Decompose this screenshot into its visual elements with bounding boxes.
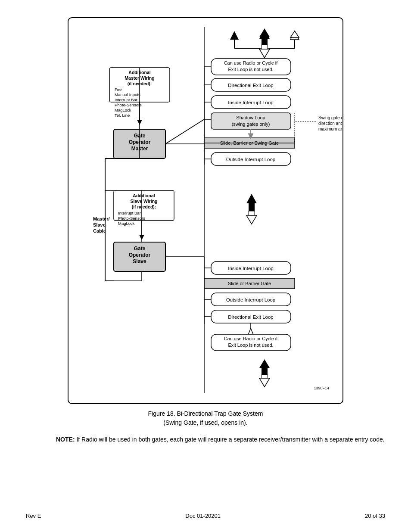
svg-marker-74 xyxy=(246,215,257,224)
svg-text:Directional Exit Loop: Directional Exit Loop xyxy=(228,314,273,320)
svg-text:direction and its: direction and its xyxy=(318,121,342,126)
note-label: NOTE: xyxy=(56,436,75,443)
diagram-wrapper: Can use Radio or Cycle if Exit Loop is n… xyxy=(68,17,343,427)
footer-doc: Doc 01-20201 xyxy=(185,513,221,519)
svg-text:Photo-Sensors: Photo-Sensors xyxy=(118,216,145,221)
svg-marker-96 xyxy=(259,359,270,368)
svg-text:Slide or Barrier Gate: Slide or Barrier Gate xyxy=(228,281,271,286)
svg-text:Tel. Line: Tel. Line xyxy=(115,113,130,118)
svg-text:MagLock: MagLock xyxy=(115,108,131,112)
note-text: NOTE: If Radio will be used in both gate… xyxy=(56,435,401,444)
svg-text:Outside Interrupt  Loop: Outside Interrupt Loop xyxy=(226,157,275,162)
svg-text:(if needed):: (if needed): xyxy=(132,204,156,209)
svg-text:MagLock: MagLock xyxy=(118,221,135,226)
svg-text:Slave: Slave xyxy=(133,258,146,264)
svg-text:Slave Wiring: Slave Wiring xyxy=(131,199,158,204)
svg-text:1398F14: 1398F14 xyxy=(314,386,329,390)
svg-text:Additional: Additional xyxy=(133,193,155,198)
svg-text:Cable: Cable xyxy=(93,228,106,233)
svg-text:Inside Interrupt  Loop: Inside Interrupt Loop xyxy=(228,266,274,271)
svg-text:Exit Loop is not used.: Exit Loop is not used. xyxy=(228,67,273,72)
arrow-double-top-up xyxy=(259,28,270,37)
svg-marker-71 xyxy=(246,194,257,203)
footer-rev: Rev E xyxy=(26,513,41,519)
svg-rect-72 xyxy=(249,203,255,211)
svg-text:Directional Exit Loop: Directional Exit Loop xyxy=(228,83,273,88)
figure-caption-line1: Figure 18. Bi-Directional Trap Gate Syst… xyxy=(68,409,343,418)
svg-text:Shadow Loop: Shadow Loop xyxy=(236,115,265,120)
diagram-svg: Can use Radio or Cycle if Exit Loop is n… xyxy=(75,27,342,393)
svg-rect-97 xyxy=(262,368,268,375)
svg-marker-99 xyxy=(259,378,270,387)
page: Can use Radio or Cycle if Exit Loop is n… xyxy=(0,0,411,532)
svg-line-110 xyxy=(165,119,204,144)
svg-text:Inside Interrupt  Loop: Inside Interrupt Loop xyxy=(228,100,274,105)
svg-text:Master/: Master/ xyxy=(93,216,110,221)
svg-text:Swing gate open: Swing gate open xyxy=(318,115,342,120)
svg-text:Can use Radio or Cycle if: Can use Radio or Cycle if xyxy=(224,60,278,65)
svg-marker-92 xyxy=(248,328,253,335)
svg-text:Outside Interrupt  Loop: Outside Interrupt Loop xyxy=(226,297,275,302)
svg-marker-5 xyxy=(290,31,299,37)
footer: Rev E Doc 01-20201 20 of 33 xyxy=(0,513,411,519)
svg-text:Fire: Fire xyxy=(115,87,121,92)
svg-text:Manual Inputs: Manual Inputs xyxy=(115,92,140,97)
svg-rect-10 xyxy=(262,37,268,45)
note-body: If Radio will be used in both gates, eac… xyxy=(75,436,385,443)
svg-text:Photo-Sensors: Photo-Sensors xyxy=(115,103,142,107)
svg-text:Operator: Operator xyxy=(129,252,151,258)
figure-caption: Figure 18. Bi-Directional Trap Gate Syst… xyxy=(68,409,343,427)
svg-text:Can use Radio or Cycle if: Can use Radio or Cycle if xyxy=(224,336,278,341)
footer-page: 20 of 33 xyxy=(365,513,385,519)
svg-text:Exit Loop is not used.: Exit Loop is not used. xyxy=(228,342,273,348)
svg-text:maximum arc.: maximum arc. xyxy=(318,127,342,131)
arrow-up-top xyxy=(230,31,239,40)
diagram-box: Can use Radio or Cycle if Exit Loop is n… xyxy=(68,17,343,404)
svg-text:Slave: Slave xyxy=(93,222,106,227)
svg-text:(swing gates only): (swing gates only) xyxy=(232,121,270,127)
figure-caption-line2: (Swing Gate, if used, opens in). xyxy=(68,418,343,427)
svg-text:Gate: Gate xyxy=(134,246,146,252)
svg-marker-12 xyxy=(259,49,270,58)
svg-text:Interrupt  Bar: Interrupt Bar xyxy=(118,211,141,215)
svg-text:Interrupt  Bar: Interrupt Bar xyxy=(115,97,137,102)
